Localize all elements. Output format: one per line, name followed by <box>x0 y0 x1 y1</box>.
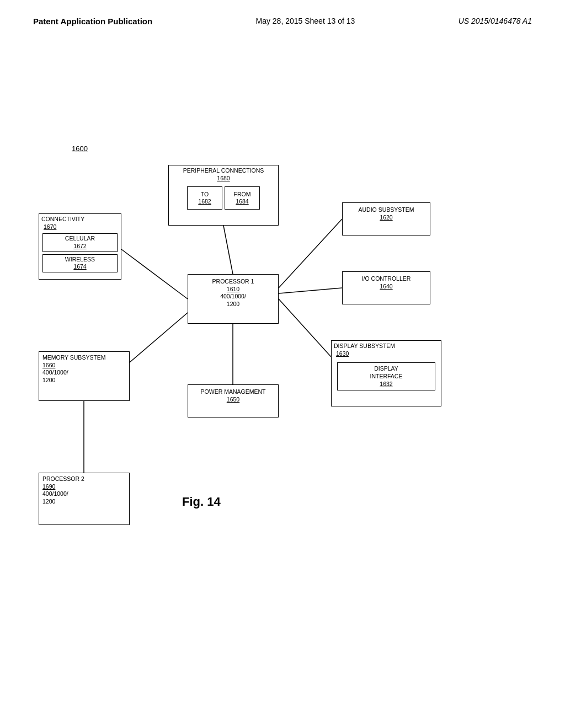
svg-line-2 <box>279 219 342 288</box>
page-header: Patent Application Publication May 28, 2… <box>0 0 565 26</box>
memory-subsystem-box: MEMORY SUBSYSTEM 1660 400/1000/ 1200 <box>39 351 130 401</box>
peripheral-from-box: FROM 1684 <box>225 186 260 210</box>
header-left: Patent Application Publication <box>33 17 152 26</box>
io-number: 1640 <box>346 283 427 291</box>
wireless-box: WIRELESS 1674 <box>42 254 118 272</box>
peripheral-connections-box: PERIPHERAL CONNECTIONS 1680 TO 1682 FROM… <box>168 165 279 226</box>
processor2-title: PROCESSOR 2 <box>42 475 126 483</box>
svg-line-0 <box>223 226 233 274</box>
memory-sub: 400/1000/ <box>42 369 126 377</box>
diagram-area: 1600 PERIPHERAL CONNECTIONS 1680 TO 1682 <box>0 42 565 677</box>
svg-line-1 <box>121 249 188 299</box>
processor2-number: 1690 <box>42 483 126 491</box>
processor1-number: 1610 <box>191 286 275 293</box>
memory-number: 1660 <box>42 362 126 370</box>
audio-number: 1620 <box>346 214 427 222</box>
power-title: POWER MANAGEMENT <box>191 388 275 396</box>
processor2-box: PROCESSOR 2 1690 400/1000/ 1200 <box>39 473 130 525</box>
diagram-label-1600: 1600 <box>72 144 88 153</box>
processor1-title: PROCESSOR 1 <box>191 278 275 286</box>
peripheral-to-box: TO 1682 <box>187 186 222 210</box>
svg-line-3 <box>279 288 342 293</box>
header-middle: May 28, 2015 Sheet 13 of 13 <box>255 17 355 25</box>
processor1-sub2: 1200 <box>191 301 275 308</box>
memory-sub2: 1200 <box>42 377 126 384</box>
peripheral-number: 1680 <box>170 175 277 183</box>
processor1-sub: 400/1000/ <box>191 293 275 301</box>
header-right: US 2015/0146478 A1 <box>459 17 532 25</box>
audio-subsystem-box: AUDIO SUBSYSTEM 1620 <box>342 202 430 235</box>
display-interface-box: DISPLAY INTERFACE 1632 <box>337 362 435 390</box>
audio-title: AUDIO SUBSYSTEM <box>346 206 427 214</box>
memory-title: MEMORY SUBSYSTEM <box>42 354 126 362</box>
power-number: 1650 <box>191 396 275 404</box>
display-subsystem-title: DISPLAY SUBSYSTEM 1630 <box>332 341 441 358</box>
peripheral-inner-row: TO 1682 FROM 1684 <box>169 186 278 210</box>
display-subsystem-number: 1630 <box>334 350 439 358</box>
processor2-sub2: 1200 <box>42 498 126 506</box>
cellular-box: CELLULAR 1672 <box>42 233 118 251</box>
connectivity-number: 1670 <box>41 223 119 231</box>
display-subsystem-box: DISPLAY SUBSYSTEM 1630 DISPLAY INTERFACE… <box>331 340 441 406</box>
svg-line-4 <box>279 299 331 357</box>
connectivity-title: CONNECTIVITY 1670 <box>39 214 121 231</box>
io-controller-box: I/O CONTROLLER 1640 <box>342 271 430 304</box>
fig-label: Fig. 14 <box>182 495 221 509</box>
peripheral-title: PERIPHERAL CONNECTIONS 1680 <box>169 165 278 183</box>
connectivity-box: CONNECTIVITY 1670 CELLULAR 1672 WIRELESS… <box>39 213 121 280</box>
svg-line-5 <box>130 313 188 362</box>
processor2-sub: 400/1000/ <box>42 490 126 498</box>
io-title: I/O CONTROLLER <box>346 275 427 283</box>
power-management-box: POWER MANAGEMENT 1650 <box>188 384 279 417</box>
processor1-box: PROCESSOR 1 1610 400/1000/ 1200 <box>188 274 279 324</box>
